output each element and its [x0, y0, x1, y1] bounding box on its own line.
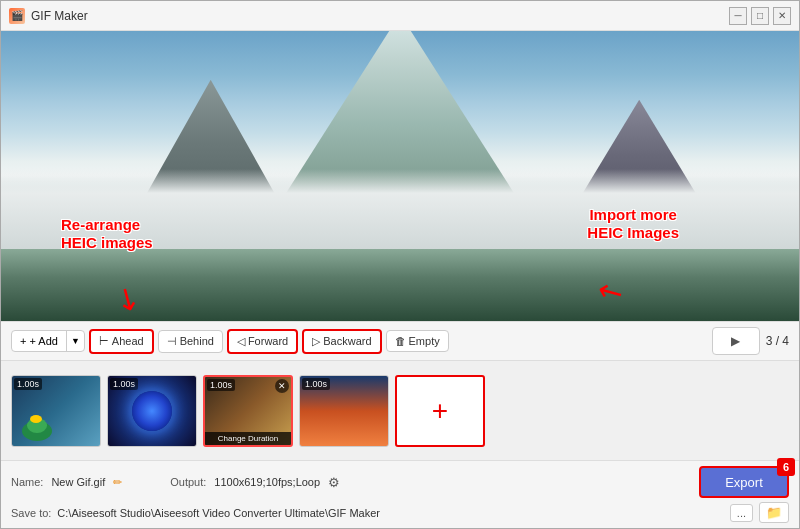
backward-label: Backward	[323, 335, 371, 347]
thumb-3-close[interactable]: ✕	[275, 379, 289, 393]
add-thumb-icon: +	[432, 395, 448, 427]
window-title: GIF Maker	[31, 9, 723, 23]
add-label: + Add	[29, 335, 57, 347]
folder-button[interactable]: 📁	[759, 502, 789, 523]
app-icon: 🎬	[9, 8, 25, 24]
trash-icon: 🗑	[395, 335, 406, 347]
minimize-button[interactable]: ─	[729, 7, 747, 25]
close-button[interactable]: ✕	[773, 7, 791, 25]
timeline-thumb-4[interactable]: 1.00s	[299, 375, 389, 447]
add-plus-icon: +	[20, 335, 26, 347]
output-value: 1100x619;10fps;Loop	[214, 476, 320, 488]
behind-icon: ⊣	[167, 335, 177, 348]
output-label: Output:	[170, 476, 206, 488]
toolbar: + + Add ▼ ⊢ Ahead ⊣ Behind ◁ Forward ▷ B…	[1, 321, 799, 361]
save-row: Save to: C:\Aiseesoft Studio\Aiseesoft V…	[11, 502, 789, 523]
mountain-background	[1, 31, 799, 321]
ahead-label: Ahead	[112, 335, 144, 347]
thumb-1-duration: 1.00s	[14, 378, 42, 390]
save-path: C:\Aiseesoft Studio\Aiseesoft Video Conv…	[57, 507, 380, 519]
timeline-thumb-1[interactable]: 1.00s	[11, 375, 101, 447]
behind-label: Behind	[180, 335, 214, 347]
name-label: Name:	[11, 476, 43, 488]
play-button[interactable]: ▶	[712, 327, 760, 355]
empty-label: Empty	[409, 335, 440, 347]
play-section: ▶ 3 / 4	[712, 327, 789, 355]
behind-button[interactable]: ⊣ Behind	[158, 330, 223, 353]
forward-label: Forward	[248, 335, 288, 347]
add-main-button[interactable]: + + Add	[12, 331, 67, 351]
timeline: 1.00s 1.00s 1.00s ✕ Change Duration 1.00…	[1, 361, 799, 461]
folder-icon: 📁	[766, 505, 782, 520]
add-dropdown-button[interactable]: ▼	[67, 332, 84, 350]
bottom-bar: Name: New Gif.gif ✏ Output: 1100x619;10f…	[1, 461, 799, 528]
edit-icon[interactable]: ✏	[113, 476, 122, 489]
timeline-thumb-3[interactable]: 1.00s ✕ Change Duration	[203, 375, 293, 447]
snow-base	[1, 169, 799, 249]
main-window: 🎬 GIF Maker ─ □ ✕ Re-arrangeHEIC images …	[0, 0, 800, 529]
thumb-4-duration: 1.00s	[302, 378, 330, 390]
forward-icon: ◁	[237, 335, 245, 348]
save-label: Save to:	[11, 507, 51, 519]
export-area: 6 Export	[699, 466, 789, 498]
ahead-icon: ⊢	[99, 335, 109, 348]
browse-dots-button[interactable]: ...	[730, 504, 753, 522]
video-preview: Re-arrangeHEIC images Import moreHEIC Im…	[1, 31, 799, 321]
ahead-button[interactable]: ⊢ Ahead	[89, 329, 154, 354]
name-row: Name: New Gif.gif ✏ Output: 1100x619;10f…	[11, 466, 789, 498]
backward-button[interactable]: ▷ Backward	[302, 329, 381, 354]
export-button[interactable]: Export	[699, 466, 789, 498]
title-bar: 🎬 GIF Maker ─ □ ✕	[1, 1, 799, 31]
page-indicator: 3 / 4	[766, 334, 789, 348]
change-duration-label[interactable]: Change Duration	[205, 432, 291, 445]
settings-icon[interactable]: ⚙	[328, 475, 340, 490]
name-value: New Gif.gif	[51, 476, 105, 488]
maximize-button[interactable]: □	[751, 7, 769, 25]
play-icon: ▶	[731, 334, 740, 348]
add-thumb-button[interactable]: +	[395, 375, 485, 447]
timeline-thumb-2[interactable]: 1.00s	[107, 375, 197, 447]
thumb-3-duration: 1.00s	[207, 379, 235, 391]
backward-icon: ▷	[312, 335, 320, 348]
window-controls: ─ □ ✕	[729, 7, 791, 25]
add-button-group[interactable]: + + Add ▼	[11, 330, 85, 352]
forward-button[interactable]: ◁ Forward	[227, 329, 298, 354]
empty-button[interactable]: 🗑 Empty	[386, 330, 449, 352]
export-badge: 6	[777, 458, 795, 476]
